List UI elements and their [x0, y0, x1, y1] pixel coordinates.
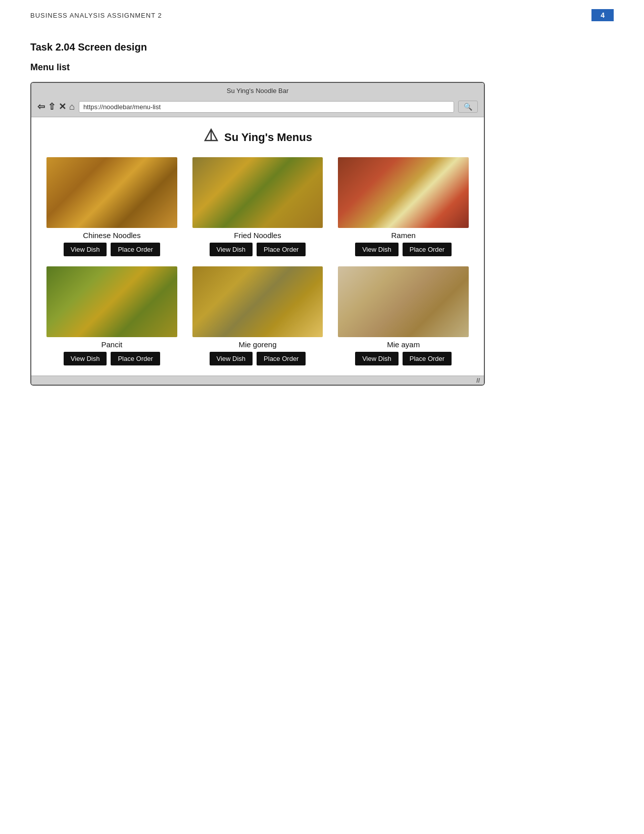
forward-icon[interactable]: ⇧	[48, 101, 56, 112]
page-header: BUSINESS ANALYSIS ASSIGNMENT 2 4	[0, 0, 644, 26]
view-dish-button[interactable]: View Dish	[355, 243, 399, 256]
dish-name: Mie ayam	[387, 340, 420, 349]
search-button[interactable]: 🔍	[458, 101, 478, 113]
browser-toolbar: Su Ying's Noodle Bar ⇦ ⇧ ✕ ⌂ 🔍	[31, 83, 484, 117]
subsection-title: Menu list	[30, 62, 614, 73]
dish-card: Chinese NoodlesView DishPlace Order	[46, 157, 177, 256]
place-order-button[interactable]: Place Order	[111, 243, 160, 256]
view-dish-button[interactable]: View Dish	[64, 243, 107, 256]
site-logo-icon	[203, 127, 219, 147]
dish-image	[338, 157, 469, 228]
browser-nav-row: ⇦ ⇧ ✕ ⌂ 🔍	[37, 101, 478, 113]
place-order-button[interactable]: Place Order	[403, 352, 452, 365]
place-order-button[interactable]: Place Order	[111, 352, 160, 365]
dish-buttons: View DishPlace Order	[192, 243, 323, 256]
dish-image	[46, 266, 177, 337]
dish-image	[338, 266, 469, 337]
browser-statusbar: //	[31, 376, 484, 385]
dish-card: Fried NoodlesView DishPlace Order	[192, 157, 323, 256]
document-content: Task 2.04 Screen design Menu list Su Yin…	[0, 26, 644, 406]
page-number: 4	[591, 9, 614, 21]
back-icon[interactable]: ⇦	[37, 101, 45, 112]
place-order-button[interactable]: Place Order	[403, 243, 452, 256]
dish-buttons: View DishPlace Order	[46, 243, 177, 256]
browser-tab[interactable]: Su Ying's Noodle Bar	[37, 87, 478, 95]
dish-card: PancitView DishPlace Order	[46, 266, 177, 365]
browser-window: Su Ying's Noodle Bar ⇦ ⇧ ✕ ⌂ 🔍	[30, 82, 485, 386]
document-title: BUSINESS ANALYSIS ASSIGNMENT 2	[30, 12, 162, 19]
browser-nav-icons: ⇦ ⇧ ✕ ⌂	[37, 101, 75, 112]
view-dish-button[interactable]: View Dish	[210, 352, 253, 365]
dish-image	[46, 157, 177, 228]
place-order-button[interactable]: Place Order	[257, 243, 306, 256]
view-dish-button[interactable]: View Dish	[210, 243, 253, 256]
dish-image	[192, 157, 323, 228]
dish-card: Mie ayamView DishPlace Order	[338, 266, 469, 365]
dish-name: Ramen	[391, 231, 415, 240]
logo-svg	[203, 127, 219, 144]
menu-content: Su Ying's Menus Chinese NoodlesView Dish…	[31, 117, 484, 376]
dish-buttons: View DishPlace Order	[338, 352, 469, 365]
dish-image	[192, 266, 323, 337]
dish-card: RamenView DishPlace Order	[338, 157, 469, 256]
menu-site-title: Su Ying's Menus	[46, 127, 469, 147]
dish-name: Fried Noodles	[234, 231, 281, 240]
home-icon[interactable]: ⌂	[69, 102, 75, 112]
dish-name: Mie goreng	[238, 340, 276, 349]
dish-buttons: View DishPlace Order	[46, 352, 177, 365]
dish-buttons: View DishPlace Order	[192, 352, 323, 365]
dish-name: Chinese Noodles	[83, 231, 140, 240]
view-dish-button[interactable]: View Dish	[64, 352, 107, 365]
dish-buttons: View DishPlace Order	[338, 243, 469, 256]
address-bar[interactable]	[79, 101, 454, 113]
dishes-grid: Chinese NoodlesView DishPlace OrderFried…	[46, 157, 469, 365]
view-dish-button[interactable]: View Dish	[355, 352, 399, 365]
close-icon[interactable]: ✕	[59, 101, 66, 112]
place-order-button[interactable]: Place Order	[257, 352, 306, 365]
dish-name: Pancit	[101, 340, 122, 349]
dish-card: Mie gorengView DishPlace Order	[192, 266, 323, 365]
section-title: Task 2.04 Screen design	[30, 41, 614, 53]
statusbar-icon: //	[476, 377, 480, 384]
menu-title-text: Su Ying's Menus	[224, 131, 312, 144]
